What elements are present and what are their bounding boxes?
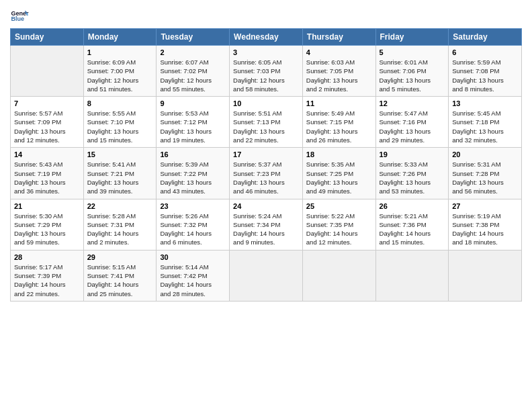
day-info: Sunrise: 5:22 AM Sunset: 7:35 PM Dayligh…	[306, 212, 372, 247]
day-number: 20	[452, 150, 518, 158]
day-number: 24	[233, 202, 299, 210]
day-number: 19	[380, 150, 445, 158]
day-info: Sunrise: 5:19 AM Sunset: 7:38 PM Dayligh…	[452, 212, 518, 247]
calendar-table: SundayMondayTuesdayWednesdayThursdayFrid…	[10, 28, 522, 302]
day-cell	[449, 250, 522, 301]
day-number: 29	[87, 253, 153, 261]
day-number: 1	[87, 48, 153, 56]
day-info: Sunrise: 5:30 AM Sunset: 7:29 PM Dayligh…	[14, 212, 80, 247]
day-number: 30	[160, 253, 226, 261]
day-cell: 24Sunrise: 5:24 AM Sunset: 7:34 PM Dayli…	[230, 199, 303, 250]
day-info: Sunrise: 5:21 AM Sunset: 7:36 PM Dayligh…	[380, 212, 445, 247]
day-cell: 25Sunrise: 5:22 AM Sunset: 7:35 PM Dayli…	[302, 199, 375, 250]
day-cell: 6Sunrise: 5:59 AM Sunset: 7:08 PM Daylig…	[449, 46, 522, 97]
day-cell: 13Sunrise: 5:45 AM Sunset: 7:18 PM Dayli…	[449, 97, 522, 148]
day-number: 16	[160, 150, 226, 158]
day-cell: 11Sunrise: 5:49 AM Sunset: 7:15 PM Dayli…	[302, 97, 375, 148]
day-number: 4	[306, 48, 372, 56]
day-info: Sunrise: 6:01 AM Sunset: 7:06 PM Dayligh…	[380, 58, 445, 93]
week-row-2: 7Sunrise: 5:57 AM Sunset: 7:09 PM Daylig…	[11, 97, 522, 148]
day-info: Sunrise: 5:41 AM Sunset: 7:21 PM Dayligh…	[87, 160, 153, 195]
day-cell: 23Sunrise: 5:26 AM Sunset: 7:32 PM Dayli…	[157, 199, 230, 250]
header-cell-wednesday: Wednesday	[230, 29, 303, 46]
day-cell: 21Sunrise: 5:30 AM Sunset: 7:29 PM Dayli…	[11, 199, 84, 250]
day-info: Sunrise: 5:33 AM Sunset: 7:26 PM Dayligh…	[380, 160, 445, 195]
day-number: 13	[452, 99, 518, 107]
day-info: Sunrise: 5:37 AM Sunset: 7:23 PM Dayligh…	[233, 160, 299, 195]
day-cell: 4Sunrise: 6:03 AM Sunset: 7:05 PM Daylig…	[302, 46, 375, 97]
week-row-1: 1Sunrise: 6:09 AM Sunset: 7:00 PM Daylig…	[11, 46, 522, 97]
day-info: Sunrise: 5:49 AM Sunset: 7:15 PM Dayligh…	[306, 109, 372, 144]
day-cell	[11, 46, 84, 97]
day-number: 26	[380, 202, 445, 210]
day-cell: 8Sunrise: 5:55 AM Sunset: 7:10 PM Daylig…	[83, 97, 157, 148]
week-row-5: 28Sunrise: 5:17 AM Sunset: 7:39 PM Dayli…	[11, 250, 522, 301]
header-cell-tuesday: Tuesday	[157, 29, 230, 46]
day-cell: 1Sunrise: 6:09 AM Sunset: 7:00 PM Daylig…	[83, 46, 157, 97]
day-number: 2	[160, 48, 226, 56]
day-info: Sunrise: 5:26 AM Sunset: 7:32 PM Dayligh…	[160, 212, 226, 247]
day-info: Sunrise: 5:55 AM Sunset: 7:10 PM Dayligh…	[87, 109, 153, 144]
day-info: Sunrise: 6:09 AM Sunset: 7:00 PM Dayligh…	[87, 58, 153, 93]
day-cell: 22Sunrise: 5:28 AM Sunset: 7:31 PM Dayli…	[83, 199, 157, 250]
day-info: Sunrise: 5:35 AM Sunset: 7:25 PM Dayligh…	[306, 160, 372, 195]
day-number: 9	[160, 99, 226, 107]
day-info: Sunrise: 5:28 AM Sunset: 7:31 PM Dayligh…	[87, 212, 153, 247]
day-cell: 17Sunrise: 5:37 AM Sunset: 7:23 PM Dayli…	[230, 148, 303, 199]
week-row-3: 14Sunrise: 5:43 AM Sunset: 7:19 PM Dayli…	[11, 148, 522, 199]
day-number: 15	[87, 150, 153, 158]
day-number: 11	[306, 99, 372, 107]
day-cell: 14Sunrise: 5:43 AM Sunset: 7:19 PM Dayli…	[11, 148, 84, 199]
day-number: 14	[14, 150, 80, 158]
page-header: General Blue	[10, 7, 522, 26]
day-cell: 2Sunrise: 6:07 AM Sunset: 7:02 PM Daylig…	[157, 46, 230, 97]
day-number: 17	[233, 150, 299, 158]
header-cell-sunday: Sunday	[11, 29, 84, 46]
day-number: 28	[14, 253, 80, 261]
day-info: Sunrise: 5:51 AM Sunset: 7:13 PM Dayligh…	[233, 109, 299, 144]
day-number: 8	[87, 99, 153, 107]
day-cell: 18Sunrise: 5:35 AM Sunset: 7:25 PM Dayli…	[302, 148, 375, 199]
day-cell: 10Sunrise: 5:51 AM Sunset: 7:13 PM Dayli…	[230, 97, 303, 148]
day-number: 27	[452, 202, 518, 210]
logo: General Blue	[10, 7, 30, 26]
day-cell: 5Sunrise: 6:01 AM Sunset: 7:06 PM Daylig…	[375, 46, 449, 97]
day-cell: 27Sunrise: 5:19 AM Sunset: 7:38 PM Dayli…	[449, 199, 522, 250]
svg-text:Blue: Blue	[11, 15, 24, 22]
day-cell: 7Sunrise: 5:57 AM Sunset: 7:09 PM Daylig…	[11, 97, 84, 148]
day-cell: 19Sunrise: 5:33 AM Sunset: 7:26 PM Dayli…	[375, 148, 449, 199]
day-cell: 29Sunrise: 5:15 AM Sunset: 7:41 PM Dayli…	[83, 250, 157, 301]
day-info: Sunrise: 5:45 AM Sunset: 7:18 PM Dayligh…	[452, 109, 518, 144]
day-cell	[375, 250, 449, 301]
header-row: SundayMondayTuesdayWednesdayThursdayFrid…	[11, 29, 522, 46]
day-info: Sunrise: 5:15 AM Sunset: 7:41 PM Dayligh…	[87, 263, 153, 298]
day-number: 23	[160, 202, 226, 210]
day-info: Sunrise: 5:47 AM Sunset: 7:16 PM Dayligh…	[380, 109, 445, 144]
day-number: 7	[14, 99, 80, 107]
day-number: 25	[306, 202, 372, 210]
header-cell-monday: Monday	[83, 29, 157, 46]
day-info: Sunrise: 5:53 AM Sunset: 7:12 PM Dayligh…	[160, 109, 226, 144]
day-number: 5	[380, 48, 445, 56]
day-number: 12	[380, 99, 445, 107]
day-info: Sunrise: 5:59 AM Sunset: 7:08 PM Dayligh…	[452, 58, 518, 93]
day-cell	[302, 250, 375, 301]
day-number: 18	[306, 150, 372, 158]
day-number: 3	[233, 48, 299, 56]
header-cell-saturday: Saturday	[449, 29, 522, 46]
day-number: 21	[14, 202, 80, 210]
header-cell-thursday: Thursday	[302, 29, 375, 46]
header-cell-friday: Friday	[375, 29, 449, 46]
day-cell: 12Sunrise: 5:47 AM Sunset: 7:16 PM Dayli…	[375, 97, 449, 148]
day-cell	[230, 250, 303, 301]
day-cell: 28Sunrise: 5:17 AM Sunset: 7:39 PM Dayli…	[11, 250, 84, 301]
day-cell: 3Sunrise: 6:05 AM Sunset: 7:03 PM Daylig…	[230, 46, 303, 97]
day-info: Sunrise: 5:14 AM Sunset: 7:42 PM Dayligh…	[160, 263, 226, 298]
day-cell: 9Sunrise: 5:53 AM Sunset: 7:12 PM Daylig…	[157, 97, 230, 148]
day-cell: 15Sunrise: 5:41 AM Sunset: 7:21 PM Dayli…	[83, 148, 157, 199]
logo-icon: General Blue	[10, 7, 29, 26]
day-info: Sunrise: 5:24 AM Sunset: 7:34 PM Dayligh…	[233, 212, 299, 247]
day-cell: 16Sunrise: 5:39 AM Sunset: 7:22 PM Dayli…	[157, 148, 230, 199]
day-number: 6	[452, 48, 518, 56]
day-cell: 20Sunrise: 5:31 AM Sunset: 7:28 PM Dayli…	[449, 148, 522, 199]
